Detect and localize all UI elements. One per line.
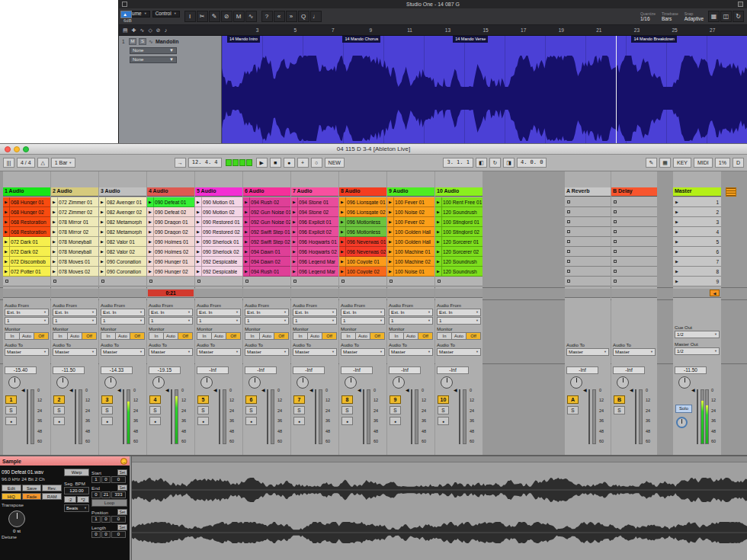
pan-knob[interactable] [297,376,309,389]
clip-play-icon[interactable]: ▶ [243,197,250,206]
clip-play-icon[interactable]: ▶ [51,227,58,236]
clip-stop-icon[interactable] [567,260,570,263]
punch-out-button[interactable]: ◨ [503,158,515,168]
volume-display[interactable]: -Inf [389,366,421,374]
fader-rail[interactable] [697,389,698,444]
track-header[interactable]: 7 Audio [291,187,338,197]
empty-clip-slot[interactable] [565,197,611,207]
mute-region-icon[interactable]: ⊘ [156,27,161,34]
monitor-option-auto[interactable]: Auto [20,332,34,340]
fader-rail[interactable] [75,389,76,444]
clip-slot[interactable]: ▶096 Neverwas 02 [339,247,386,257]
track-activator[interactable]: 1 [5,395,17,404]
clip-play-icon[interactable]: ▶ [51,257,58,266]
clip-slot[interactable]: ▶096 Hogwarts 01 [291,237,338,247]
bpm-halve-button[interactable]: :2 [64,496,76,503]
arm-button[interactable]: ● [293,417,305,425]
track-solo-button[interactable]: S [149,406,161,414]
scene-slot[interactable]: ▶5 [673,237,721,247]
track-activator[interactable]: A [567,395,579,404]
seg-bpm-value[interactable]: 120.00 [64,487,89,494]
track-header[interactable]: 1 Audio [3,187,50,197]
clip-slot[interactable]: ▶082 Metamorph [99,227,146,237]
erase-tool-icon[interactable]: ⊘ [221,11,232,22]
snap-setting[interactable]: Snap Adaptive [684,11,704,21]
key-map-button[interactable]: KEY [673,158,691,168]
arrangement-marker[interactable]: 14 Mando Intro [227,36,260,43]
clip-stop-icon[interactable] [149,280,152,283]
fader-handle[interactable]: ◀ [165,387,169,392]
input-channel-select[interactable]: 1▼ [245,317,289,325]
input-channel-select[interactable]: 1▼ [101,317,145,325]
clip-slot[interactable]: ▶092 Gun Noise 01 [243,207,290,217]
clip-play-icon[interactable]: ▶ [387,207,394,216]
arrangement-marker[interactable]: 14 Mando Breakdown [631,36,677,43]
empty-clip-slot[interactable] [565,257,611,267]
clip-slot[interactable]: ▶072 Zimmer 01 [51,197,98,207]
clip-play-icon[interactable]: ▶ [435,257,442,266]
monitor-option-off[interactable]: Off [226,332,241,340]
clip-slot[interactable]: ▶094 Rush 01 [243,267,290,277]
empty-clip-slot[interactable] [51,277,98,286]
loop-button[interactable]: Loop [91,499,127,507]
clip-slot[interactable]: ▶072 Dark 02 [3,247,50,257]
input-channel-select[interactable]: 1▼ [197,317,241,325]
output-select[interactable]: Master▼ [437,348,481,356]
end-value-0[interactable]: 0 [91,491,101,498]
scene-slot[interactable]: ▶2 [673,207,721,217]
clip-slot[interactable]: ▶100 Machine 01 [387,247,434,257]
split-tool-icon[interactable]: ✂ [197,11,208,22]
length-value-0[interactable]: 0 [91,531,101,538]
clip-play-icon[interactable]: ▶ [3,237,10,246]
clip-slot[interactable]: ▶090 Restored 01 [195,217,242,227]
scene-play-icon[interactable]: ▶ [675,219,678,224]
clip-stop-icon[interactable] [614,210,617,213]
clip-slot[interactable]: ▶120 Sorcerer 02 [435,247,483,257]
clip-stop-icon[interactable] [53,280,56,283]
clip-play-icon[interactable]: ▶ [3,267,10,276]
cue-volume-knob[interactable] [676,417,688,428]
clip-play-icon[interactable]: ▶ [99,207,106,216]
clip-play-icon[interactable]: ▶ [291,227,298,236]
track-header[interactable]: 5 Audio [195,187,242,197]
scene-slot[interactable]: ▶4 [673,227,721,237]
clip-play-icon[interactable]: ▶ [99,267,106,276]
clip-slot[interactable]: ▶096 Neverwas 01 [339,237,386,247]
clip-play-icon[interactable]: ▶ [291,247,298,256]
empty-clip-slot[interactable] [565,217,611,227]
paint-tool-icon[interactable]: ✎ [209,11,220,22]
volume-display[interactable]: -14.33 [101,366,133,374]
return-output-select[interactable]: Master▼ [613,348,656,356]
input-type-select[interactable]: Ext. In▼ [197,309,241,316]
clip-slot[interactable]: ▶096 Hogwarts 02 [291,247,338,257]
rev-button[interactable]: Rev. [42,485,62,491]
edit-button[interactable]: Edit [2,485,21,491]
clip-stop-icon[interactable] [567,280,570,283]
clip-slot[interactable]: ▶082 Avenger 01 [99,197,146,207]
fader-rail[interactable] [315,389,316,444]
fader-rail[interactable] [123,389,124,444]
studio-one-titlebar[interactable]: Studio One - 14 087 G [119,0,747,8]
scene-play-icon[interactable]: ▶ [675,229,678,234]
scene-play-icon[interactable]: ▶ [675,259,678,264]
clip-slot[interactable]: ▶078 Moves 01 [51,257,98,267]
volume-display[interactable]: -11.50 [53,366,85,374]
empty-clip-slot[interactable] [611,247,657,257]
clip-slot[interactable]: ▶092 Swift Step 02 [243,237,290,247]
empty-clip-slot[interactable] [291,277,338,286]
zoom-button[interactable] [23,146,29,152]
monitor-option-in[interactable]: In [245,332,260,340]
scene-play-icon[interactable]: ▶ [675,279,678,283]
clip-stop-icon[interactable] [5,280,8,283]
clip-slot[interactable]: ▶094 Dawn 01 [243,247,290,257]
note-tool-icon[interactable]: ♪ [165,27,168,33]
minimize-button[interactable] [14,146,20,152]
arrangement-marker[interactable]: 14 Mando Verse [453,36,488,43]
clip-slot[interactable]: ▶072 Discombob [3,257,50,267]
pan-knob[interactable] [570,376,582,389]
set-position-button[interactable]: Set [117,509,127,515]
fader-rail[interactable] [411,389,412,444]
clip-play-icon[interactable]: ▶ [195,217,202,226]
input-type-select[interactable]: Ext. In▼ [437,309,481,316]
clip-slot[interactable]: ▶096 Explicit 01 [291,217,338,227]
